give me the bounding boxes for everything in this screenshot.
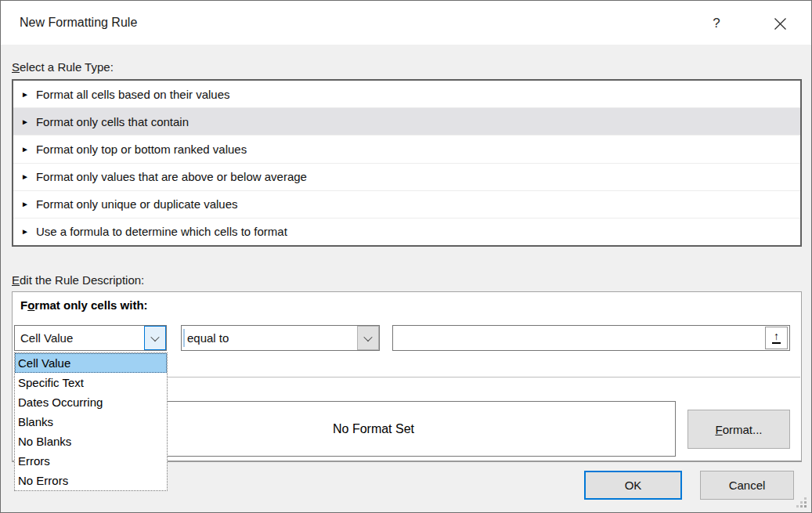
select-rule-type-label: Select a Rule Type: [12,60,114,74]
rule-type-item-label: Format all cells based on their values [36,88,230,101]
new-formatting-rule-dialog: New Formatting Rule ? Select a Rule Type… [0,0,812,513]
format-preview-text: No Format Set [333,422,414,436]
rule-type-item-label: Format only unique or duplicate values [36,197,238,211]
rule-type-item-selected[interactable]: ► Format only cells that contain [13,108,800,135]
cell-value-combobox[interactable]: Cell Value [14,325,167,351]
dropdown-option[interactable]: Specific Text [15,373,167,392]
collapse-dialog-button[interactable]: ↑ [765,327,788,349]
dialog-title: New Formatting Rule [20,16,137,30]
rule-type-item[interactable]: ► Format only unique or duplicate values [13,191,800,219]
resize-grip[interactable] [795,496,809,510]
triangle-right-icon: ► [21,118,29,126]
format-button[interactable]: Format... [687,410,790,449]
close-icon [774,17,787,31]
rule-type-item-label: Use a formula to determine which cells t… [36,225,287,238]
rule-type-item-label: Format only top or bottom ranked values [36,143,247,156]
collapse-dialog-icon: ↑ [774,332,779,341]
dropdown-option[interactable]: Blanks [15,412,167,432]
rule-type-item[interactable]: ► Format only values that are above or b… [13,164,800,191]
operator-combobox-value: equal to [187,326,229,350]
triangle-right-icon: ► [21,91,29,99]
help-icon: ? [713,16,720,31]
rule-type-item[interactable]: ► Format only top or bottom ranked value… [13,135,800,163]
collapse-dialog-icon-bar [772,342,781,344]
triangle-right-icon: ► [21,201,29,208]
cancel-button[interactable]: Cancel [700,471,794,500]
dropdown-option-selected[interactable]: Cell Value [15,353,167,373]
dropdown-option[interactable]: No Errors [15,471,167,490]
operator-combobox-dropdown-button[interactable] [357,326,379,350]
title-bar: New Formatting Rule ? [1,1,811,45]
cell-value-combobox-dropdown-button[interactable] [144,326,166,350]
ok-button[interactable]: OK [584,471,682,500]
rule-type-item-label: Format only cells that contain [36,115,189,128]
triangle-right-icon: ► [21,228,29,236]
operator-combobox[interactable]: equal to [181,325,380,351]
dropdown-option[interactable]: No Blanks [15,432,167,451]
dropdown-option[interactable]: Dates Occurring [15,392,167,412]
text-caret [183,329,185,347]
cell-value-dropdown-list: Cell Value Specific Text Dates Occurring… [14,352,168,491]
close-button[interactable] [762,11,798,36]
cell-value-combobox-value: Cell Value [20,326,73,350]
help-button[interactable]: ? [700,12,733,35]
format-only-cells-with-label: Format only cells with: [20,298,148,312]
rule-value-input[interactable] [392,325,790,351]
rule-type-item[interactable]: ► Use a formula to determine which cells… [13,219,800,245]
dropdown-option[interactable]: Errors [15,451,167,471]
triangle-right-icon: ► [21,173,29,181]
chevron-down-icon [150,332,159,341]
edit-rule-description-label: Edit the Rule Description: [12,273,144,287]
rule-type-listbox: ► Format all cells based on their values… [12,79,802,247]
rule-type-item-label: Format only values that are above or bel… [36,170,307,183]
rule-type-item[interactable]: ► Format all cells based on their values [13,81,800,108]
triangle-right-icon: ► [21,146,29,154]
chevron-down-icon [363,332,372,341]
